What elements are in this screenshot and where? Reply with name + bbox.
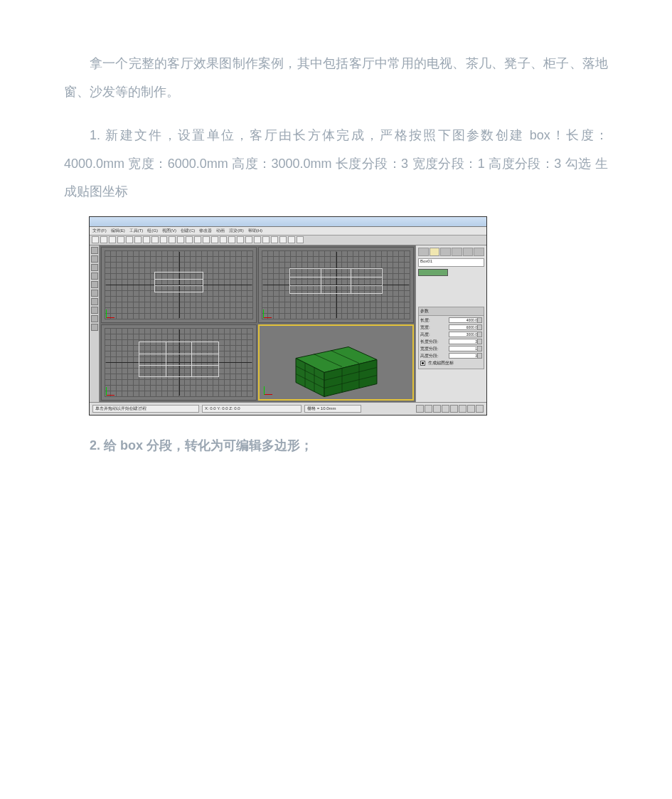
toolbar-button[interactable] — [100, 236, 107, 243]
width-segs-label: 宽度分段: — [420, 346, 447, 352]
shaded-box — [283, 331, 390, 401]
toolbar-button[interactable] — [169, 236, 176, 243]
toolbar-button[interactable] — [134, 236, 142, 243]
status-coords: X: 0.0 Y: 0.0 Z: 0.0 — [202, 405, 302, 413]
nav-button[interactable] — [416, 405, 424, 413]
toolbar-button[interactable] — [211, 236, 218, 243]
toolbar-button[interactable] — [237, 236, 244, 243]
menu-item[interactable]: 帮助(H) — [248, 228, 262, 234]
toolbar-button[interactable] — [194, 236, 201, 243]
menu-item[interactable]: 工具(T) — [129, 228, 144, 234]
menu-item[interactable]: 组(G) — [147, 228, 158, 234]
step-1-paragraph: 1. 新建文件，设置单位，客厅由长方体完成，严格按照下图参数创建 box！长度：… — [64, 122, 608, 206]
length-segs-spinner[interactable]: 3 — [449, 339, 482, 344]
tool-button[interactable] — [91, 298, 98, 305]
toolbar-button[interactable] — [186, 236, 193, 243]
toolbar-button[interactable] — [271, 236, 278, 243]
toolbar-button[interactable] — [288, 236, 295, 243]
height-spinner[interactable]: 3000.0 — [449, 332, 482, 337]
rollout-title[interactable]: 参数 — [419, 307, 484, 316]
toolbar-button[interactable] — [117, 236, 124, 243]
intro-paragraph: 拿一个完整的客厅效果图制作案例，其中包括客厅中常用的电视、茶几、凳子、柜子、落地… — [64, 50, 608, 106]
object-color-swatch[interactable] — [418, 269, 448, 276]
tool-button[interactable] — [91, 307, 98, 314]
tool-button[interactable] — [91, 324, 98, 331]
document-page: 拿一个完整的客厅效果图制作案例，其中包括客厅中常用的电视、茶几、凳子、柜子、落地… — [0, 0, 672, 482]
viewport-top[interactable] — [101, 247, 257, 323]
display-tab[interactable] — [463, 248, 474, 256]
length-spinner[interactable]: 4000.0 — [449, 317, 482, 323]
toolbar-button[interactable] — [245, 236, 252, 243]
toolbar-button[interactable] — [126, 236, 133, 243]
wireframe-box — [289, 268, 382, 294]
nav-button[interactable] — [459, 405, 466, 413]
motion-tab[interactable] — [452, 248, 462, 256]
toolbar-button[interactable] — [262, 236, 270, 243]
tool-button[interactable] — [91, 272, 98, 280]
tool-button[interactable] — [91, 315, 98, 322]
height-segs-label: 高度分段: — [420, 353, 447, 359]
toolbar-button[interactable] — [177, 236, 184, 243]
nav-button[interactable] — [442, 405, 449, 413]
window-titlebar — [90, 217, 486, 227]
nav-button[interactable] — [433, 405, 441, 413]
tool-button[interactable] — [91, 264, 98, 271]
toolbar-button[interactable] — [254, 236, 261, 243]
viewport-left[interactable] — [101, 324, 257, 401]
axis-gizmo-icon — [263, 308, 273, 318]
menu-item[interactable]: 修改器 — [199, 228, 212, 234]
object-name-field[interactable]: Box01 — [418, 258, 484, 267]
modify-tab[interactable] — [430, 248, 440, 256]
menu-item[interactable]: 动画 — [216, 228, 225, 234]
viewport-front[interactable] — [258, 247, 414, 323]
toolbar-button[interactable] — [151, 236, 159, 243]
menu-item[interactable]: 渲染(R) — [229, 228, 243, 234]
viewport-quad — [100, 245, 415, 402]
height-segs-spinner[interactable]: 3 — [449, 353, 482, 359]
toolbar-button[interactable] — [203, 236, 210, 243]
wireframe-box — [154, 272, 203, 292]
tool-button[interactable] — [91, 281, 98, 288]
hierarchy-tab[interactable] — [440, 248, 451, 256]
app-body: Box01 参数 长度: 4000.0 宽度: 6000.0 高度: 3 — [90, 245, 486, 402]
step-2-paragraph: 2. 给 box 分段，转化为可编辑多边形； — [64, 437, 608, 454]
length-label: 长度: — [420, 317, 447, 324]
status-hint: 单击并拖动以开始创建过程 — [92, 405, 199, 413]
menu-item[interactable]: 文件(F) — [92, 228, 107, 234]
toolbar-button[interactable] — [143, 236, 150, 243]
utilities-tab[interactable] — [474, 248, 484, 256]
status-grid: 栅格 = 10.0mm — [304, 405, 361, 413]
parameters-rollout: 参数 长度: 4000.0 宽度: 6000.0 高度: 3000.0 长度分 — [418, 307, 484, 369]
nav-button[interactable] — [450, 405, 458, 413]
generate-mapping-checkbox[interactable] — [420, 361, 425, 366]
main-toolbar — [90, 236, 486, 245]
toolbar-button[interactable] — [92, 236, 99, 243]
toolbar-button[interactable] — [109, 236, 116, 243]
left-tool-strip — [90, 245, 100, 402]
nav-button[interactable] — [467, 405, 475, 413]
viewport-perspective[interactable] — [258, 324, 414, 401]
width-segs-spinner[interactable]: 1 — [449, 346, 482, 351]
toolbar-button[interactable] — [228, 236, 235, 243]
menu-item[interactable]: 创建(C) — [181, 228, 195, 234]
nav-button[interactable] — [425, 405, 432, 413]
viewport-nav-controls — [416, 405, 484, 413]
toolbar-button[interactable] — [160, 236, 167, 243]
tool-button[interactable] — [91, 290, 98, 297]
tool-button[interactable] — [91, 247, 98, 254]
toolbar-button[interactable] — [297, 236, 304, 243]
axis-gizmo-icon — [264, 385, 274, 395]
tool-button[interactable] — [91, 255, 98, 263]
length-segs-label: 长度分段: — [420, 339, 447, 345]
width-spinner[interactable]: 6000.0 — [449, 324, 482, 330]
nav-button[interactable] — [476, 405, 484, 413]
create-tab[interactable] — [418, 248, 429, 256]
status-bar: 单击并拖动以开始创建过程 X: 0.0 Y: 0.0 Z: 0.0 栅格 = 1… — [90, 402, 486, 415]
command-panel: Box01 参数 长度: 4000.0 宽度: 6000.0 高度: 3 — [415, 245, 486, 402]
menu-item[interactable]: 视图(V) — [162, 228, 176, 234]
generate-mapping-label: 生成贴图坐标 — [428, 360, 454, 366]
toolbar-button[interactable] — [220, 236, 227, 243]
axis-gizmo-icon — [106, 308, 116, 318]
toolbar-button[interactable] — [279, 236, 287, 243]
menu-item[interactable]: 编辑(E) — [111, 228, 125, 234]
